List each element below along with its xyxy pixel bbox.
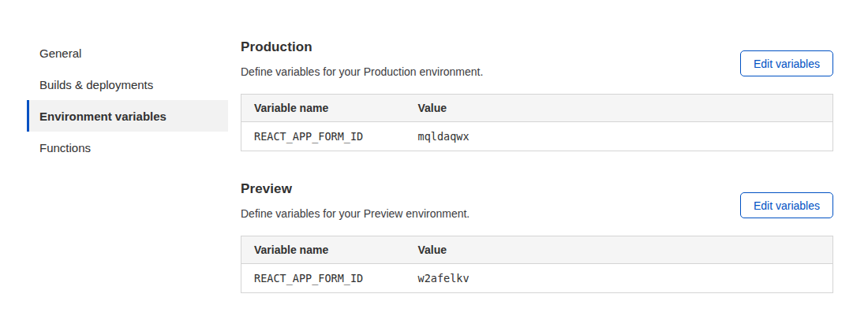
production-section-heading-group: Production Define variables for your Pro… xyxy=(241,37,483,78)
table-row: REACT_APP_FORM_ID w2afelkv xyxy=(241,264,833,293)
sidebar-item-builds-deployments[interactable]: Builds & deployments xyxy=(27,69,228,100)
table-row: REACT_APP_FORM_ID mqldaqwx xyxy=(241,122,833,151)
table-header-row: Variable name Value xyxy=(241,95,833,122)
column-header-value: Value xyxy=(406,236,833,264)
sidebar-item-label: Builds & deployments xyxy=(39,78,153,91)
variable-name-cell: REACT_APP_FORM_ID xyxy=(241,122,406,151)
sidebar-item-functions[interactable]: Functions xyxy=(27,132,228,163)
section-description-preview: Define variables for your Preview enviro… xyxy=(241,207,470,220)
section-description-production: Define variables for your Production env… xyxy=(241,65,483,78)
sidebar-item-label: Functions xyxy=(39,141,91,154)
column-header-variable-name: Variable name xyxy=(241,95,406,122)
column-header-variable-name: Variable name xyxy=(241,236,406,264)
production-section-header: Production Define variables for your Pro… xyxy=(241,37,833,78)
preview-section-heading-group: Preview Define variables for your Previe… xyxy=(241,179,470,220)
edit-variables-button-preview[interactable]: Edit variables xyxy=(740,192,833,218)
variable-value-cell: mqldaqwx xyxy=(406,122,833,151)
column-header-value: Value xyxy=(406,95,833,122)
preview-variables-table: Variable name Value REACT_APP_FORM_ID w2… xyxy=(241,236,833,293)
section-title-preview: Preview xyxy=(241,181,470,197)
sidebar-item-label: General xyxy=(39,46,81,60)
preview-section-header: Preview Define variables for your Previe… xyxy=(241,179,833,220)
sidebar-item-label: Environment variables xyxy=(39,110,166,123)
sidebar-item-general[interactable]: General xyxy=(27,37,228,69)
production-section: Production Define variables for your Pro… xyxy=(241,37,833,151)
edit-variables-button-production[interactable]: Edit variables xyxy=(740,50,833,76)
settings-sidebar: General Builds & deployments Environment… xyxy=(27,37,228,293)
settings-page: General Builds & deployments Environment… xyxy=(0,0,868,293)
variable-value-cell: w2afelkv xyxy=(406,264,833,293)
table-header-row: Variable name Value xyxy=(241,236,833,264)
production-variables-table: Variable name Value REACT_APP_FORM_ID mq… xyxy=(241,94,833,151)
sidebar-item-environment-variables[interactable]: Environment variables xyxy=(27,100,228,132)
settings-content: Production Define variables for your Pro… xyxy=(241,37,833,293)
section-title-production: Production xyxy=(241,39,483,55)
preview-section: Preview Define variables for your Previe… xyxy=(241,179,833,293)
variable-name-cell: REACT_APP_FORM_ID xyxy=(241,264,406,293)
